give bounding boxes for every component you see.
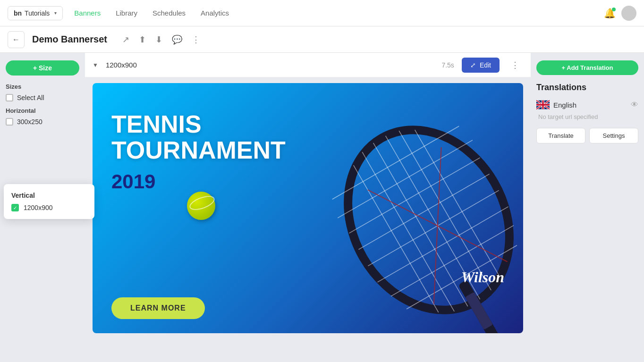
svg-line-11: [368, 190, 499, 266]
nav-banners[interactable]: Banners: [74, 9, 101, 17]
banner-duration: 7.5s: [441, 61, 454, 69]
upload-icon[interactable]: ⬆: [139, 34, 146, 45]
share-icon[interactable]: ↗: [122, 34, 129, 45]
page-title: Demo Bannerset: [32, 34, 107, 45]
dropdown-item: ✓ 1200x900: [11, 204, 87, 211]
translation-actions: Translate Settings: [536, 128, 638, 143]
racket-svg: [297, 116, 523, 333]
nav-right: 🔔: [604, 6, 636, 21]
top-nav: bn Tutorials ▾ Banners Library Schedules…: [0, 0, 644, 26]
avatar[interactable]: [621, 6, 636, 21]
edit-button[interactable]: ⤢ Edit: [462, 58, 500, 73]
translations-heading: Translations: [536, 83, 638, 93]
banner-title-line2: TOURNAMENT: [111, 136, 286, 164]
back-button[interactable]: ←: [8, 31, 25, 48]
sub-actions: ↗ ⬆ ⬇ 💬 ⋮: [122, 34, 200, 45]
right-sidebar: + Add Translation Translations English 👁…: [531, 53, 644, 362]
translation-settings-button[interactable]: Settings: [589, 128, 638, 143]
center-content: ▼ 1200x900 7.5s ⤢ Edit ⋮ TENNIS TOURNAME…: [85, 53, 531, 362]
select-all-label: Select All: [17, 94, 44, 101]
download-icon[interactable]: ⬇: [155, 34, 162, 45]
horizontal-section-label: Horizontal: [6, 107, 79, 114]
notifications-button[interactable]: 🔔: [604, 8, 616, 19]
size-label-300x250: 300x250: [17, 118, 42, 126]
nav-library[interactable]: Library: [116, 9, 137, 17]
main-layout: + Size Sizes Select All Horizontal 300x2…: [0, 53, 644, 362]
svg-line-10: [358, 174, 489, 250]
banner-more-options[interactable]: ⋮: [507, 58, 523, 72]
dropdown-checkbox[interactable]: ✓: [11, 204, 19, 211]
racket-area: [297, 116, 523, 333]
sub-header: ← Demo Bannerset ↗ ⬆ ⬇ 💬 ⋮: [0, 26, 644, 53]
nav-schedules[interactable]: Schedules: [153, 9, 186, 17]
add-translation-button[interactable]: + Add Translation: [536, 60, 638, 75]
sizes-heading: Sizes: [6, 83, 79, 90]
svg-line-9: [349, 158, 480, 233]
dropdown-section-title: Vertical: [11, 192, 87, 199]
wilson-brand: Wilson: [461, 269, 504, 286]
translation-name-english: English: [553, 101, 627, 109]
nav-logo[interactable]: bn Tutorials ▾: [8, 6, 63, 20]
banner-cta-button[interactable]: LEARN MORE: [111, 297, 205, 319]
notification-dot: [612, 8, 616, 11]
tennis-ball: [187, 192, 215, 220]
svg-line-6: [415, 130, 500, 277]
uk-flag-icon: [536, 100, 550, 109]
translate-button[interactable]: Translate: [536, 128, 585, 143]
more-options-icon[interactable]: ⋮: [192, 34, 200, 45]
comment-icon[interactable]: 💬: [172, 34, 182, 45]
translation-row-english: English 👁: [536, 100, 638, 109]
logo-letters: bn: [14, 9, 22, 17]
banner-size-label: 1200x900: [106, 61, 434, 69]
banner-preview: TENNIS TOURNAMENT 2019: [93, 83, 523, 333]
dropdown-arrow-icon[interactable]: ▼: [93, 62, 98, 68]
edit-label: Edit: [480, 61, 491, 69]
dropdown-popup: Vertical ✓ 1200x900: [4, 184, 94, 219]
logo-text: Tutorials: [25, 9, 50, 17]
select-all-checkbox[interactable]: [6, 94, 13, 101]
add-size-button[interactable]: + Size: [6, 60, 79, 76]
nav-links: Banners Library Schedules Analytics: [74, 9, 604, 17]
eye-icon[interactable]: 👁: [631, 101, 638, 109]
svg-line-2: [362, 152, 454, 311]
chevron-down-icon: ▾: [54, 10, 57, 16]
edit-icon: ⤢: [470, 61, 476, 69]
size-checkbox-300x250[interactable]: [6, 118, 13, 126]
no-url-text: No target url specified: [538, 113, 638, 120]
dropdown-item-label: 1200x900: [24, 204, 53, 211]
size-row-300x250: 300x250: [6, 118, 79, 126]
svg-line-7: [332, 126, 459, 199]
nav-analytics[interactable]: Analytics: [201, 9, 229, 17]
banner-title-line1: TENNIS: [111, 110, 202, 138]
svg-line-8: [338, 140, 473, 218]
banner-row: ▼ 1200x900 7.5s ⤢ Edit ⋮: [85, 53, 531, 77]
select-all-row: Select All: [6, 94, 79, 101]
